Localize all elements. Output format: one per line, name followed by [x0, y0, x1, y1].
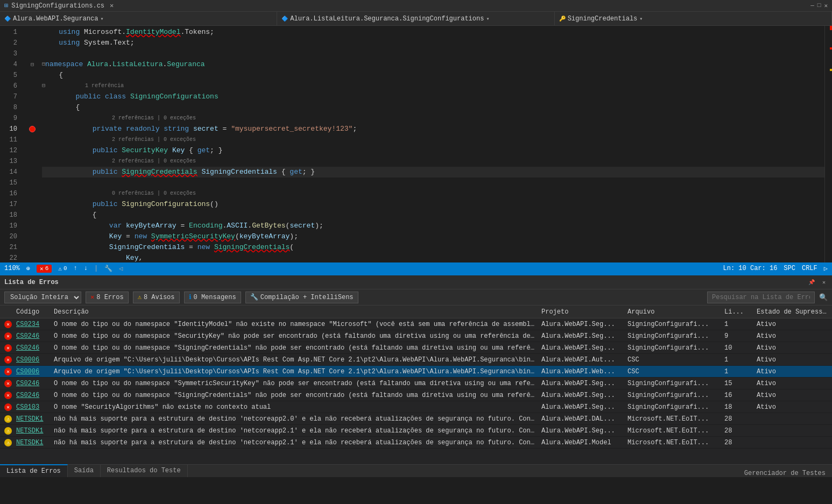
line-numbers: 1 2 3 4 5 6 7 8 9 10 11 12 13 14 15 16 1…: [0, 26, 27, 262]
row-suppression: Ativo: [755, 356, 830, 364]
table-row[interactable]: ⚠ NETSDK1 não há mais suporte para a est…: [0, 437, 832, 449]
row-type-icon: ⚠: [2, 415, 14, 423]
errors-button[interactable]: ✕ 8 Erros: [86, 292, 129, 303]
panel-header: Lista de Erros 📌 ✕: [0, 275, 832, 289]
code-line-6: ⊟ 1 referência: [42, 81, 824, 91]
row-suppression: Ativo: [755, 332, 830, 340]
row-description: não há mais suporte para a estrutura de …: [52, 415, 539, 423]
row-code[interactable]: NETSDK1: [14, 427, 52, 435]
code-line-17: Key,: [42, 253, 824, 262]
code-content[interactable]: using Microsoft.IdentityModel.Tokens; us…: [38, 26, 824, 262]
scope-dropdown[interactable]: Solução Inteira: [4, 292, 81, 303]
table-row[interactable]: ✕ CS0246 O nome do tipo ou do namespace …: [0, 389, 832, 401]
file-icon: ⊞: [4, 2, 8, 10]
table-row[interactable]: ✕ CS0246 O nome do tipo ou do namespace …: [0, 330, 832, 342]
code-line-15: Key = new SymmetricSecurityKey(keyByteAr…: [42, 231, 824, 242]
row-project: Alura.WebAPI.Seg...: [539, 427, 625, 435]
row-line: 15: [722, 380, 755, 387]
row-suppression: Ativo: [755, 392, 830, 399]
row-suppression: Ativo: [755, 321, 830, 328]
compile-button[interactable]: 🔧 Compilação + IntelliSens: [245, 292, 358, 303]
error-icon: ✕: [40, 265, 44, 272]
row-type-icon: ✕: [2, 344, 14, 352]
row-code[interactable]: CS0103: [14, 403, 52, 411]
editor-scrollbar[interactable]: [824, 26, 832, 262]
row-project: Alura.WebAPI.Seg...: [539, 321, 625, 328]
table-row[interactable]: ✕ CS0234 O nome do tipo ou do namespace …: [0, 318, 832, 330]
search-icon[interactable]: 🔍: [819, 293, 828, 302]
row-project: Alura.WebAPI.Seg...: [539, 403, 625, 411]
compile-icon: 🔧: [250, 293, 258, 301]
row-type-icon: ✕: [2, 332, 14, 340]
row-code[interactable]: CS0006: [14, 356, 52, 364]
row-code[interactable]: CS0234: [14, 321, 52, 328]
row-description: não há mais suporte para a estrutura de …: [52, 427, 539, 435]
panel-close-button[interactable]: ✕: [820, 279, 828, 286]
code-line-3: [42, 48, 824, 59]
row-code[interactable]: CS0006: [14, 368, 52, 375]
status-icon: ⊕: [26, 265, 30, 273]
code-line-11: [42, 178, 824, 188]
warning-count[interactable]: ⚠ 0: [58, 265, 67, 272]
row-type-icon: ✕: [2, 368, 14, 375]
code-line-1: using Microsoft.IdentityModel.Tokens;: [42, 27, 824, 38]
nav-class[interactable]: 🔷 Alura.ListaLeitura.Seguranca.SigningCo…: [277, 12, 554, 26]
error-panel: Lista de Erros 📌 ✕ Solução Inteira ✕ 8 E…: [0, 274, 832, 464]
row-project: Alura.WebAPI.Seg...: [539, 392, 625, 399]
table-row[interactable]: ⚠ NETSDK1 não há mais suporte para a est…: [0, 425, 832, 437]
row-line: 16: [722, 392, 755, 399]
tab-lista-erros[interactable]: Lista de Erros: [0, 464, 68, 477]
row-description: O nome do tipo ou do namespace "SigningC…: [52, 392, 539, 399]
error-icon: ✕: [4, 368, 12, 375]
table-row[interactable]: ✕ CS0006 Arquivo de origem "C:\Users\jul…: [0, 354, 832, 366]
panel-pin-button[interactable]: 📌: [806, 279, 817, 286]
error-count[interactable]: ✕ 6: [37, 265, 52, 273]
row-type-icon: ⚠: [2, 427, 14, 435]
code-line-16: SigningCredentials = new SigningCredenti…: [42, 242, 824, 253]
row-type-icon: ✕: [2, 356, 14, 364]
error-toolbar: Solução Inteira ✕ 8 Erros ⚠ 8 Avisos ℹ 0…: [0, 289, 832, 306]
table-row[interactable]: ✕ CS0246 O nome do tipo ou do namespace …: [0, 342, 832, 354]
row-code[interactable]: CS0246: [14, 380, 52, 387]
row-line: 1: [722, 368, 755, 375]
row-description: O nome do tipo ou do namespace "Identity…: [52, 321, 539, 328]
messages-button[interactable]: ℹ 0 Mensagens: [184, 292, 241, 303]
breakpoint-icon: [29, 126, 36, 132]
row-file: Microsoft.NET.EoIT...: [625, 415, 722, 423]
error-rows-container: ✕ CS0234 O nome do tipo ou do namespace …: [0, 318, 832, 449]
row-code[interactable]: NETSDK1: [14, 439, 52, 446]
row-code[interactable]: CS0246: [14, 344, 52, 352]
messages-icon: ℹ: [189, 293, 192, 301]
table-row[interactable]: ✕ CS0006 Arquivo de origem "C:\Users\jul…: [0, 366, 832, 378]
code-line-13: {: [42, 210, 824, 221]
nav-member[interactable]: 🔑 SigningCredentials ▾: [555, 12, 832, 26]
warnings-icon: ⚠: [138, 293, 142, 301]
error-icon: ✕: [4, 356, 12, 364]
row-description: não há mais suporte para a estrutura de …: [52, 439, 539, 446]
tab-resultados-teste[interactable]: Resultados do Teste: [101, 464, 188, 477]
row-type-icon: ⚠: [2, 439, 14, 446]
row-project: Alura.WebAPI.Seg...: [539, 344, 625, 352]
row-line: 9: [722, 332, 755, 340]
row-line: 1: [722, 356, 755, 364]
row-file: SigningConfigurafi...: [625, 392, 722, 399]
row-code[interactable]: NETSDK1: [14, 415, 52, 423]
title-bar: ⊞ SigningConfigurations.cs ✕ — □ ✕: [0, 0, 832, 12]
table-row[interactable]: ✕ CS0246 O nome do tipo ou do namespace …: [0, 378, 832, 389]
error-search-input[interactable]: [707, 292, 815, 303]
row-suppression: Ativo: [755, 380, 830, 387]
tab-saida[interactable]: Saída: [68, 464, 101, 477]
row-type-icon: ✕: [2, 380, 14, 387]
code-line-14: var keyByteArray = Encoding.ASCII.GetByt…: [42, 221, 824, 231]
code-line-9: 2 referências | 0 exceções: [42, 134, 824, 145]
nav-namespace[interactable]: 🔷 Alura.WebAPI.Seguranca ▾: [0, 12, 277, 26]
warnings-button[interactable]: ⚠ 8 Avisos: [133, 292, 180, 303]
row-code[interactable]: CS0246: [14, 332, 52, 340]
row-file: SigningConfigurafi...: [625, 321, 722, 328]
row-code[interactable]: CS0246: [14, 392, 52, 399]
error-icon: ✕: [4, 321, 12, 328]
code-line-7: {: [42, 102, 824, 113]
table-row[interactable]: ⚠ NETSDK1 não há mais suporte para a est…: [0, 413, 832, 425]
error-marker-1: [830, 26, 832, 30]
table-row[interactable]: ✕ CS0103 O nome "SecurityAlgorithms" não…: [0, 401, 832, 413]
